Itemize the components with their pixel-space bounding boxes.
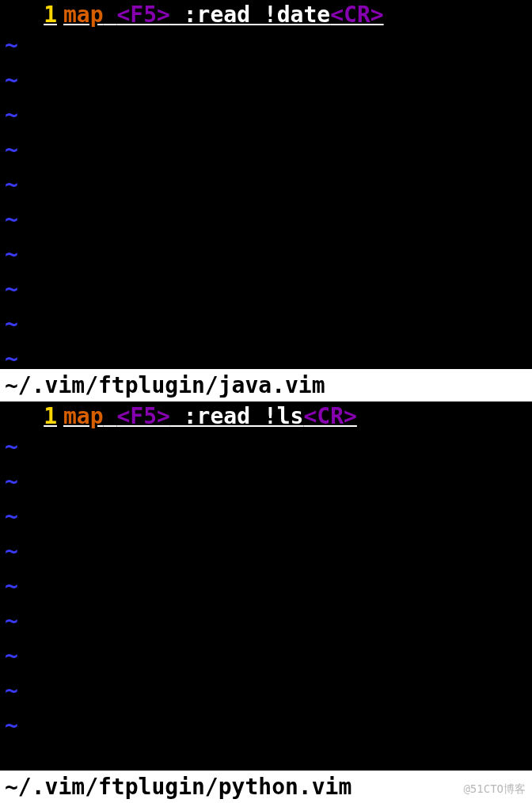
tilde-line: ~: [0, 237, 532, 272]
empty-lines-bottom: ~~~~~~~~~: [0, 429, 532, 771]
tilde-line: ~: [0, 603, 532, 638]
command-text: :read !date: [170, 2, 330, 28]
tilde-line: ~: [0, 28, 532, 63]
editor-pane-bottom[interactable]: 1 map <F5> :read !ls<CR> ~~~~~~~~~: [0, 402, 532, 771]
line-number: 1: [0, 403, 63, 429]
code-line[interactable]: 1 map <F5> :read !date<CR>: [0, 0, 532, 28]
tilde-line: ~: [0, 202, 532, 237]
command-text: :read !ls: [170, 403, 304, 429]
empty-lines-top: ~~~~~~~~~~: [0, 28, 532, 369]
tilde-line: ~: [0, 569, 532, 603]
code-content: map <F5> :read !ls<CR>: [63, 403, 357, 429]
tilde-line: ~: [0, 464, 532, 499]
tilde-line: ~: [0, 272, 532, 306]
tilde-line: ~: [0, 167, 532, 202]
tilde-line: ~: [0, 429, 532, 464]
tilde-line: ~: [0, 306, 532, 341]
tilde-line: ~: [0, 63, 532, 97]
tilde-line: ~: [0, 341, 532, 369]
tilde-line: ~: [0, 132, 532, 167]
status-bar-top: ~/.vim/ftplugin/java.vim: [0, 369, 532, 402]
tilde-line: ~: [0, 97, 532, 132]
code-content: map <F5> :read !date<CR>: [63, 2, 384, 28]
status-bar-bottom: ~/.vim/ftplugin/python.vim: [0, 771, 532, 803]
cr-token: <CR>: [330, 2, 383, 28]
key-binding: <F5>: [116, 2, 169, 28]
cr-token: <CR>: [303, 403, 356, 429]
tilde-line: ~: [0, 638, 532, 673]
line-number: 1: [0, 2, 63, 28]
tilde-line: ~: [0, 708, 532, 743]
keyword-map: map: [63, 2, 104, 28]
code-line[interactable]: 1 map <F5> :read !ls<CR>: [0, 402, 532, 429]
tilde-line: ~: [0, 534, 532, 569]
key-binding: <F5>: [116, 403, 169, 429]
keyword-map: map: [63, 403, 104, 429]
editor-pane-top[interactable]: 1 map <F5> :read !date<CR> ~~~~~~~~~~: [0, 0, 532, 369]
tilde-line: ~: [0, 673, 532, 708]
tilde-line: ~: [0, 499, 532, 534]
watermark: @51CTO博客: [463, 782, 526, 797]
